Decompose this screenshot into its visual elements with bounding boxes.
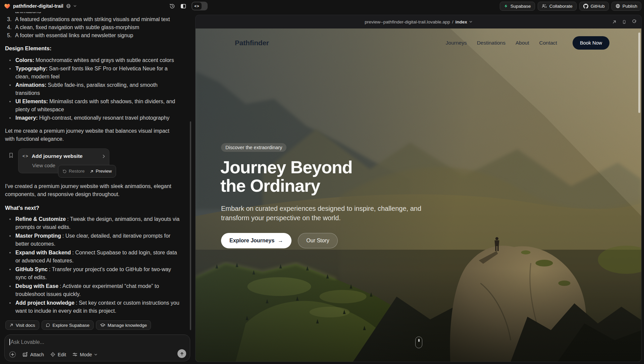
edit-button[interactable]: Edit xyxy=(50,352,66,357)
sliders-icon xyxy=(72,352,77,357)
add-button[interactable] xyxy=(9,351,16,358)
action-card-add-journey-website[interactable]: <> Add journey website View code Restore xyxy=(18,148,109,173)
explore-journeys-button[interactable]: Explore Journeys → xyxy=(221,233,291,248)
bookmark-icon[interactable] xyxy=(8,153,14,158)
list-item: Colors:Monochromatic whites and grays wi… xyxy=(5,56,180,64)
list-item: 5. A footer with essential links and new… xyxy=(5,32,180,40)
supabase-button[interactable]: Supabase xyxy=(500,2,535,11)
chat-bubble-icon xyxy=(46,323,50,327)
hero-subtitle: Embark on curated experiences designed t… xyxy=(221,204,422,223)
preview-page-selector[interactable]: index xyxy=(455,19,467,24)
nav-link-about[interactable]: About xyxy=(516,40,529,46)
collaborate-button[interactable]: Collaborate xyxy=(538,2,577,11)
code-icon[interactable]: <> xyxy=(192,2,202,10)
device-toggle-button[interactable] xyxy=(622,19,626,24)
site-scrollbar[interactable] xyxy=(638,33,640,113)
people-plus-icon xyxy=(542,4,547,8)
mode-selector[interactable]: Mode xyxy=(72,352,97,357)
lovable-heart-logo xyxy=(4,3,10,9)
chat-panel: animations 3. A featured destinations ar… xyxy=(0,12,192,364)
chevron-right-icon xyxy=(103,155,105,158)
target-icon xyxy=(50,352,55,357)
chat-input[interactable]: Ask Lovable... xyxy=(9,339,185,345)
list-item: Debug with Ease: Activate our experiment… xyxy=(5,282,180,298)
nav-link-journeys[interactable]: Journeys xyxy=(446,40,467,46)
preview-url[interactable]: preview--pathfinder-digital-trail.lovabl… xyxy=(365,19,472,24)
nav-link-contact[interactable]: Contact xyxy=(539,40,557,46)
history-icon xyxy=(169,3,175,9)
site-header: Pathfinder Journeys Destinations About C… xyxy=(235,36,609,50)
sidebar-toggle-button[interactable] xyxy=(180,3,186,9)
supabase-bolt-icon xyxy=(504,4,508,8)
arrow-right-icon: → xyxy=(278,238,283,244)
design-elements-heading: Design Elements: xyxy=(5,44,180,52)
open-external-button[interactable] xyxy=(612,20,616,24)
globe-icon xyxy=(66,4,71,8)
publish-button[interactable]: Publish xyxy=(611,2,641,11)
nav-link-destinations[interactable]: Destinations xyxy=(477,40,505,46)
list-item: Animations:Subtle fade-ins, parallax scr… xyxy=(5,81,180,97)
site-logo[interactable]: Pathfinder xyxy=(235,39,269,47)
whats-next-heading: What's next? xyxy=(5,204,180,212)
publish-globe-icon xyxy=(615,4,620,8)
intro-paragraph: Let me create a premium journey website … xyxy=(5,127,180,143)
github-icon xyxy=(583,4,588,9)
preview-button[interactable]: Preview xyxy=(90,167,112,175)
chat-composer[interactable]: Ask Lovable... Attach xyxy=(4,335,190,361)
list-item: Add project knowledge: Set key context o… xyxy=(5,299,180,315)
image-upload-icon xyxy=(22,352,28,357)
chevron-down-icon xyxy=(73,5,76,7)
action-card-title: Add journey website xyxy=(32,152,83,160)
list-item: GitHub Sync: Transfer your project's cod… xyxy=(5,265,180,282)
hero-headline: Journey Beyondthe Ordinary xyxy=(220,158,352,195)
app-topbar: pathfinder-digital-trail <> xyxy=(0,0,644,12)
history-button[interactable] xyxy=(169,3,175,9)
preview-toolbar: preview--pathfinder-digital-trail.lovabl… xyxy=(196,15,641,28)
list-item: Refine & Customize: Tweak the design, an… xyxy=(5,215,180,231)
explore-supabase-button[interactable]: Explore Supabase xyxy=(42,320,94,330)
clipped-line: animations xyxy=(15,12,180,15)
manage-knowledge-button[interactable]: Manage knowledge xyxy=(96,320,151,330)
panel-icon xyxy=(180,3,186,9)
restore-button[interactable]: Restore xyxy=(62,167,85,175)
chevron-down-icon xyxy=(469,21,472,23)
site-viewport: Pathfinder Journeys Destinations About C… xyxy=(196,28,641,362)
list-item: Typography:San-serif fonts like SF Pro o… xyxy=(5,65,180,81)
list-item: Expand with Backend: Connect Supabase to… xyxy=(5,249,180,265)
list-item: Imagery:High-contrast, emotionally reson… xyxy=(5,114,180,122)
chat-scrollbar[interactable] xyxy=(190,121,191,330)
github-button[interactable]: GitHub xyxy=(579,2,609,11)
arrow-up-right-icon xyxy=(90,170,94,173)
send-button[interactable] xyxy=(177,349,186,358)
preview-pane: preview--pathfinder-digital-trail.lovabl… xyxy=(196,15,641,362)
our-story-button[interactable]: Our Story xyxy=(298,233,337,248)
book-now-button[interactable]: Book Now xyxy=(573,36,609,50)
attach-button[interactable]: Attach xyxy=(22,352,44,357)
list-item: 3. A featured destinations area with str… xyxy=(5,15,180,23)
project-name: pathfinder-digital-trail xyxy=(13,3,63,9)
chat-messages[interactable]: animations 3. A featured destinations ar… xyxy=(0,12,192,317)
code-preview-toggle[interactable]: <> xyxy=(192,2,208,10)
list-item: Master Prompting: Use clear, detailed, a… xyxy=(5,232,180,248)
arrow-up-right-icon xyxy=(9,323,13,327)
visit-docs-button[interactable]: Visit docs xyxy=(5,320,39,330)
refresh-button[interactable] xyxy=(632,19,637,24)
list-item: UI Elements:Minimalist cards with soft s… xyxy=(5,98,180,114)
graduation-cap-icon xyxy=(100,323,105,327)
whats-next-list: Refine & Customize: Tweak the design, an… xyxy=(5,215,180,316)
site-nav-links: Journeys Destinations About Contact Book… xyxy=(446,36,609,50)
text-caret xyxy=(9,339,10,345)
arrow-up-icon xyxy=(180,352,184,356)
code-icon: <> xyxy=(22,152,29,160)
restore-icon xyxy=(62,169,67,174)
chevron-down-icon xyxy=(94,354,97,356)
restore-preview-pill: Restore Preview xyxy=(58,165,116,178)
result-paragraph: I've created a premium journey website w… xyxy=(5,182,180,198)
project-menu[interactable]: pathfinder-digital-trail xyxy=(4,3,76,9)
design-elements-list: Colors:Monochromatic whites and grays wi… xyxy=(5,56,180,122)
scroll-indicator-mouse-icon xyxy=(415,337,422,348)
hero-badge: Discover the extraordinary xyxy=(221,143,286,152)
chat-footer-chips: Visit docs Explore Supabase Manage knowl… xyxy=(0,317,192,335)
list-item: 4. A clean, fixed navigation with subtle… xyxy=(5,23,180,32)
